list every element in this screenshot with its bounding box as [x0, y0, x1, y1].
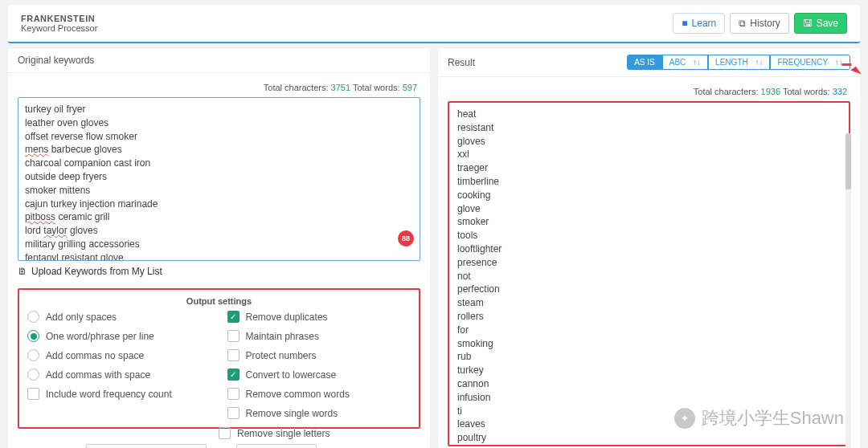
result-line: smoking — [457, 337, 841, 351]
result-line: for — [457, 324, 841, 337]
result-scrollbar[interactable] — [845, 133, 851, 448]
output-settings-title: Output settings — [27, 296, 411, 306]
replace-from-input[interactable] — [86, 444, 207, 448]
keywords-textarea[interactable]: turkey oil fryerleather oven glovesoffse… — [18, 97, 420, 261]
right-stats: Total characters: 1936 Total words: 332 — [448, 83, 850, 101]
upload-keywords-link[interactable]: 🗎 Upload Keywords from My List — [18, 261, 162, 285]
sort-control: AS IS ABC ↑↓ LENGTH ↑↓ FREQUENCY ↑↓ — [627, 55, 850, 70]
scrollbar-thumb[interactable] — [845, 133, 851, 189]
result-line: rub — [457, 350, 841, 364]
left-stats: Total characters: 3751 Total words: 597 — [18, 79, 420, 97]
right-word-count: 332 — [833, 87, 847, 96]
result-output[interactable]: heatresistantglovesxxltraegertimberlinec… — [448, 101, 850, 446]
app-subtitle: Keyword Processor — [21, 23, 97, 33]
opt-convert-lowercase[interactable]: Convert to lowercase — [227, 369, 411, 381]
save-icon: 🖫 — [803, 18, 813, 29]
opt-protect-numbers[interactable]: Protect numbers — [227, 349, 411, 361]
replace-to-input[interactable] — [236, 444, 317, 448]
result-line: smoker — [457, 215, 841, 229]
opt-one-word-per-line[interactable]: One word/phrase per line — [27, 330, 211, 342]
result-line: infusion — [457, 391, 841, 405]
history-icon: ⧉ — [739, 18, 746, 29]
result-line: xxl — [457, 148, 841, 161]
result-line: cannon — [457, 377, 841, 391]
output-settings-panel: Output settings Add only spaces One word… — [18, 288, 420, 429]
result-line: rollers — [457, 310, 841, 324]
history-button[interactable]: ⧉ History — [730, 13, 788, 34]
opt-remove-single-words[interactable]: Remove single words — [227, 407, 411, 419]
result-line: looftlighter — [457, 242, 841, 256]
sort-as-is[interactable]: AS IS — [627, 55, 662, 70]
result-line: steam — [457, 296, 841, 310]
keyword-line: military grilling accessories — [25, 238, 413, 251]
result-line: perfection — [457, 283, 841, 296]
result-line: not — [457, 270, 841, 283]
result-line: leaves — [457, 417, 841, 431]
result-line: tools — [457, 229, 841, 242]
opt-remove-single-letters[interactable]: Remove single letters — [219, 427, 420, 439]
opt-add-commas-with-space[interactable]: Add commas with space — [27, 369, 211, 381]
result-line: poultry — [457, 431, 841, 445]
result-line: resistant — [457, 121, 841, 135]
result-line: glove — [457, 202, 841, 216]
upload-icon: 🗎 — [18, 266, 27, 277]
opt-maintain-phrases[interactable]: Maintain phrases — [227, 330, 411, 342]
score-badge: 88 — [398, 230, 414, 246]
keyword-line: mens barbecue gloves — [25, 143, 413, 157]
keyword-line: leather oven gloves — [25, 116, 413, 130]
opt-add-only-spaces[interactable]: Add only spaces — [27, 311, 211, 323]
result-line: gloves — [457, 135, 841, 149]
left-word-count: 597 — [403, 83, 417, 92]
result-line: grilling — [457, 445, 841, 446]
keyword-line: charcoal companion cast iron — [25, 157, 413, 170]
result-line: ti — [457, 405, 841, 418]
right-char-count: 1936 — [761, 87, 780, 96]
result-line: cooking — [457, 189, 841, 202]
opt-remove-duplicates[interactable]: Remove duplicates — [227, 311, 411, 323]
keyword-line: smoker mittens — [25, 184, 413, 198]
opt-include-freq[interactable]: Include word frequency count — [27, 388, 211, 400]
keyword-line: pitboss ceramic grill — [25, 210, 413, 224]
keyword-line: outside deep fryers — [25, 170, 413, 184]
keyword-line: offset reverse flow smoker — [25, 130, 413, 144]
result-line: presence — [457, 256, 841, 270]
original-keywords-title: Original keywords — [18, 55, 94, 66]
sort-frequency[interactable]: FREQUENCY ↑↓ — [770, 55, 850, 70]
result-line: timberline — [457, 175, 841, 189]
video-icon: ■ — [682, 18, 687, 29]
result-title: Result — [448, 57, 475, 68]
result-line: turkey — [457, 364, 841, 377]
app-title: FRANKENSTEIN — [21, 14, 97, 23]
left-char-count: 3751 — [331, 83, 350, 92]
opt-add-commas-no-space[interactable]: Add commas no space — [27, 349, 211, 361]
sort-abc[interactable]: ABC ↑↓ — [662, 55, 708, 70]
keyword-line: lord taylor gloves — [25, 224, 413, 238]
keyword-line: cajun turkey injection marinade — [25, 198, 413, 211]
keyword-line: turkey oil fryer — [25, 103, 413, 116]
sort-length[interactable]: LENGTH ↑↓ — [708, 55, 770, 70]
save-button[interactable]: 🖫 Save — [794, 13, 847, 34]
keyword-line: fentanyl resistant glove — [25, 251, 413, 261]
learn-button[interactable]: ■ Learn — [673, 13, 725, 34]
opt-remove-common[interactable]: Remove common words — [227, 388, 411, 400]
result-line: heat — [457, 108, 841, 121]
result-line: traeger — [457, 161, 841, 175]
